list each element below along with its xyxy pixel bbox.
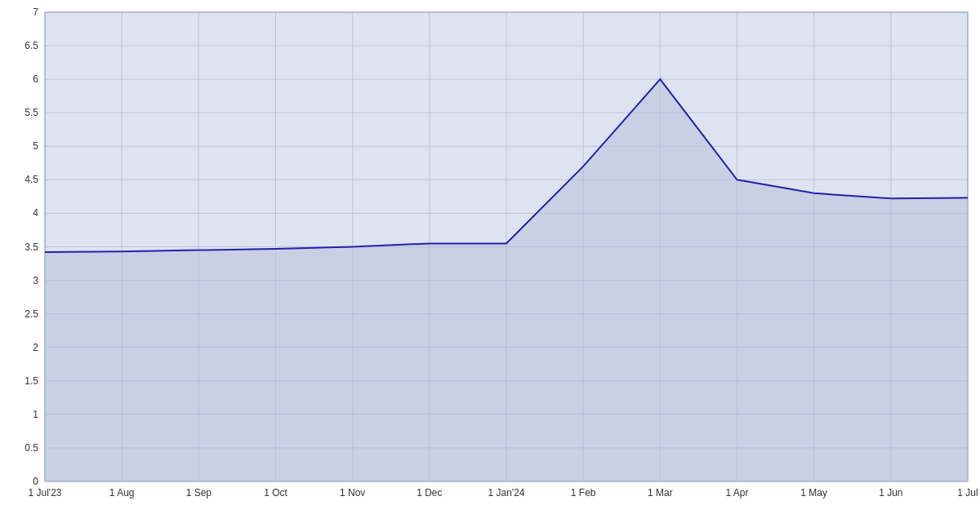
svg-text:6: 6 — [33, 73, 38, 85]
svg-text:1 Jul'23: 1 Jul'23 — [29, 487, 62, 498]
chart-container: 00.511.522.533.544.555.566.571 Jul'231 A… — [0, 0, 980, 514]
svg-text:6.5: 6.5 — [24, 40, 38, 51]
svg-text:0: 0 — [33, 476, 38, 487]
svg-text:1 Nov: 1 Nov — [340, 487, 365, 498]
svg-text:7: 7 — [33, 7, 38, 18]
svg-text:1 Apr: 1 Apr — [725, 487, 748, 498]
svg-text:1 Oct: 1 Oct — [264, 487, 287, 498]
svg-text:3: 3 — [33, 275, 38, 286]
svg-text:1: 1 — [33, 409, 38, 420]
chart-svg: 00.511.522.533.544.555.566.571 Jul'231 A… — [0, 0, 980, 514]
svg-text:2: 2 — [33, 342, 38, 353]
svg-text:1.5: 1.5 — [24, 375, 38, 387]
svg-text:1 Feb: 1 Feb — [571, 487, 596, 498]
svg-text:3.5: 3.5 — [24, 241, 38, 253]
svg-text:1 Aug: 1 Aug — [109, 487, 135, 498]
svg-text:1 Sep: 1 Sep — [186, 487, 212, 498]
svg-text:5.5: 5.5 — [24, 107, 38, 118]
svg-text:1 Jan'24: 1 Jan'24 — [488, 487, 525, 498]
svg-text:5: 5 — [33, 140, 38, 152]
svg-text:1 Dec: 1 Dec — [416, 487, 442, 498]
svg-text:2.5: 2.5 — [24, 308, 38, 320]
svg-text:1 Jul: 1 Jul — [957, 487, 978, 498]
svg-text:1 Mar: 1 Mar — [648, 487, 673, 498]
svg-text:1 May: 1 May — [800, 487, 827, 498]
svg-text:1 Jun: 1 Jun — [879, 487, 902, 498]
svg-text:4.5: 4.5 — [24, 174, 38, 185]
svg-text:0.5: 0.5 — [24, 442, 38, 454]
svg-text:4: 4 — [33, 207, 38, 219]
